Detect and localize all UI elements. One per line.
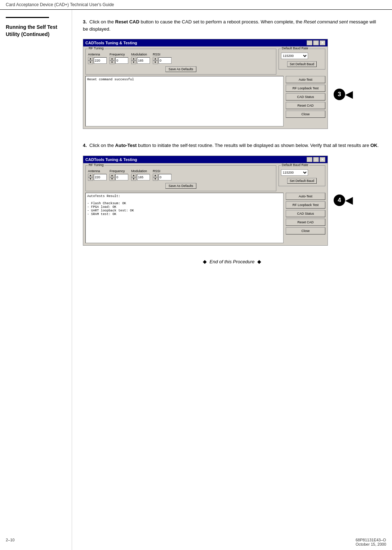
- set-baud-btn-4[interactable]: Set Default Baud: [287, 178, 317, 184]
- step-3-annotation: 3 ◀: [334, 89, 354, 100]
- titlebar-maximize-4[interactable]: □: [313, 157, 319, 162]
- rssi-input-3[interactable]: [159, 57, 172, 64]
- modulation-label-3: Modulation: [131, 53, 150, 56]
- titlebar-close-4[interactable]: ✕: [320, 157, 325, 162]
- frequency-field-3: Frequency ▲ ▼: [110, 53, 128, 64]
- modulation-down-4[interactable]: ▼: [131, 177, 136, 181]
- frequency-field-4: Frequency ▲ ▼: [110, 169, 128, 181]
- rf-loopback-btn-4[interactable]: RF Loopback Test: [286, 201, 325, 209]
- rf-fields-3: Antenna ▲ ▼: [88, 50, 274, 64]
- cadtools-title-3: CADTools Tuning & Testing: [85, 41, 137, 45]
- step-3-italic: Reset command sent: [304, 19, 348, 24]
- frequency-up-3[interactable]: ▲: [110, 57, 115, 61]
- cadtools-title-4: CADTools Tuning & Testing: [85, 157, 137, 162]
- cadtools-body-4: RF Tuning Antenna ▲ ▼: [83, 163, 328, 245]
- baud-rate-group-4: Default Baud Rate 115200 Set Default Bau…: [279, 165, 325, 186]
- rssi-up-4[interactable]: ▲: [153, 174, 158, 177]
- rf-tuning-group-3: RF Tuning Antenna ▲: [85, 49, 276, 75]
- step-3: 3. Click on the Reset CAD button to caus…: [83, 18, 381, 129]
- frequency-up-4[interactable]: ▲: [110, 174, 115, 177]
- close-btn-4[interactable]: Close: [286, 227, 325, 234]
- doc-date: October 15, 2000: [356, 542, 386, 546]
- rssi-label-3: RSSI: [153, 53, 172, 56]
- antenna-input-3[interactable]: [94, 57, 107, 64]
- save-defaults-btn-4[interactable]: Save As Defaults: [165, 183, 197, 189]
- frequency-input-4[interactable]: [115, 174, 128, 180]
- step-4-number: 4.: [83, 143, 87, 148]
- rf-tuning-row-3: RF Tuning Antenna ▲: [85, 49, 325, 75]
- cadtools-titlebar-4: CADTools Tuning & Testing _ □ ✕: [83, 156, 328, 163]
- step-4-bold-1: Auto-Test: [115, 143, 137, 148]
- save-defaults-btn-3[interactable]: Save As Defaults: [165, 66, 197, 72]
- rf-tuning-group-4: RF Tuning Antenna ▲ ▼: [85, 165, 276, 191]
- titlebar-maximize-3[interactable]: □: [313, 40, 319, 45]
- titlebar-buttons-4: _ □ ✕: [307, 157, 325, 162]
- page-container: Card Acceptance Device (CAD+) Technical …: [0, 0, 392, 550]
- titlebar-buttons-3: _ □ ✕: [307, 40, 325, 45]
- sidebar-title: Running the Self Test Utility (Continued…: [6, 24, 66, 38]
- left-sidebar: Running the Self Test Utility (Continued…: [0, 10, 72, 550]
- modulation-input-wrap-4: ▲ ▼: [131, 174, 150, 181]
- rssi-arrows-4: ▲ ▼: [153, 174, 158, 181]
- baud-select-row-3: 115200: [281, 50, 323, 59]
- page-footer: 2–10 68P81131E43–O October 15, 2000: [6, 538, 386, 546]
- end-diamond-left: ◆: [203, 259, 207, 264]
- rssi-input-wrap-3: ▲ ▼: [153, 57, 172, 64]
- auto-test-btn-4[interactable]: Auto-Test: [286, 193, 325, 200]
- rssi-down-4[interactable]: ▼: [153, 177, 158, 181]
- rssi-field-3: RSSI ▲ ▼: [153, 53, 172, 64]
- baud-select-4[interactable]: 115200: [281, 169, 308, 176]
- cad-status-btn-4[interactable]: CAD Status: [286, 210, 325, 217]
- antenna-label-3: Antenna: [88, 53, 107, 56]
- cad-status-btn-3[interactable]: CAD Status: [286, 93, 325, 100]
- antenna-down-4[interactable]: ▼: [88, 177, 93, 181]
- titlebar-minimize-4[interactable]: _: [307, 157, 312, 162]
- modulation-down-3[interactable]: ▼: [131, 61, 136, 64]
- rssi-arrows-3: ▲ ▼: [153, 57, 158, 64]
- reset-cad-btn-4[interactable]: Reset CAD: [286, 219, 325, 226]
- baud-select-3[interactable]: 115200: [281, 53, 308, 59]
- frequency-label-3: Frequency: [110, 53, 128, 56]
- reset-cad-btn-3[interactable]: Reset CAD: [286, 102, 325, 109]
- rf-tuning-label-3: RF Tuning: [88, 46, 104, 50]
- modulation-input-3[interactable]: [137, 57, 150, 64]
- output-area-4: AutoTests Result: - Flash Checksum: OK -…: [85, 193, 284, 243]
- frequency-down-4[interactable]: ▼: [110, 177, 115, 181]
- buttons-panel-4: Auto-Test RF Loopback Test CAD Status Re…: [286, 193, 325, 243]
- page-number: 2–10: [6, 538, 14, 546]
- antenna-up-3[interactable]: ▲: [88, 57, 93, 61]
- cadtools-window-4: CADTools Tuning & Testing _ □ ✕: [83, 156, 328, 246]
- modulation-input-4[interactable]: [137, 174, 150, 180]
- step-4-circle: 4: [334, 194, 345, 206]
- baud-rate-group-3: Default Baud Rate 115200 Set Default Bau…: [279, 49, 325, 70]
- rssi-down-3[interactable]: ▼: [153, 61, 158, 64]
- output-line-6: - SRAM test: OK: [87, 213, 282, 216]
- output-line-1: AutoTests Result:: [87, 194, 282, 198]
- rf-loopback-btn-3[interactable]: RF Loopback Test: [286, 85, 325, 92]
- titlebar-close-3[interactable]: ✕: [320, 40, 325, 45]
- auto-test-btn-3[interactable]: Auto-Test: [286, 76, 325, 83]
- frequency-down-3[interactable]: ▼: [110, 61, 115, 64]
- rssi-input-4[interactable]: [159, 174, 172, 180]
- step-4-arrow: ◀: [345, 195, 353, 205]
- output-line-2: [87, 198, 282, 202]
- modulation-input-wrap-3: ▲ ▼: [131, 57, 150, 64]
- step-3-bold-1: Reset CAD: [115, 19, 139, 24]
- frequency-input-3[interactable]: [115, 57, 128, 64]
- close-btn-3[interactable]: Close: [286, 111, 325, 118]
- cadtools-window-3-wrap: CADTools Tuning & Testing _ □ ✕: [83, 39, 328, 129]
- rssi-input-wrap-4: ▲ ▼: [153, 174, 172, 181]
- set-baud-btn-3[interactable]: Set Default Baud: [287, 61, 317, 67]
- rf-fields-4: Antenna ▲ ▼: [88, 167, 274, 181]
- rssi-up-3[interactable]: ▲: [153, 57, 158, 61]
- output-area-3: Reset command successful: [85, 76, 284, 126]
- titlebar-minimize-3[interactable]: _: [307, 40, 312, 45]
- step-3-arrow: ◀: [345, 89, 353, 99]
- antenna-input-4[interactable]: [94, 174, 107, 180]
- antenna-down-3[interactable]: ▼: [88, 61, 93, 64]
- modulation-up-3[interactable]: ▲: [131, 57, 136, 61]
- modulation-up-4[interactable]: ▲: [131, 174, 136, 177]
- baud-select-row-4: 115200: [281, 167, 323, 176]
- frequency-input-wrap-4: ▲ ▼: [110, 174, 128, 181]
- antenna-up-4[interactable]: ▲: [88, 174, 93, 177]
